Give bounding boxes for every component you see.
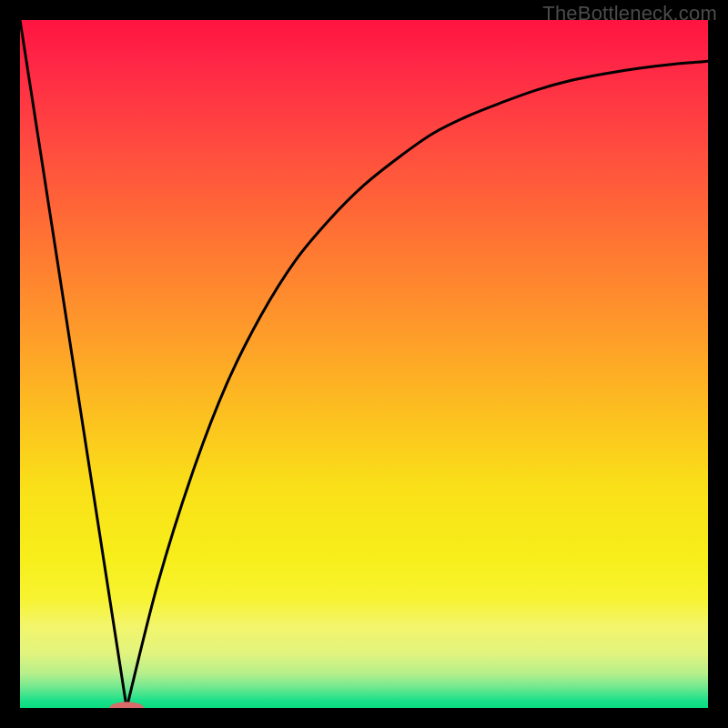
bottleneck-curve	[20, 20, 708, 708]
plot-area	[20, 20, 708, 708]
trough-marker	[109, 702, 144, 708]
chart-frame: TheBottleneck.com	[0, 0, 728, 728]
attribution-text: TheBottleneck.com	[542, 2, 717, 25]
